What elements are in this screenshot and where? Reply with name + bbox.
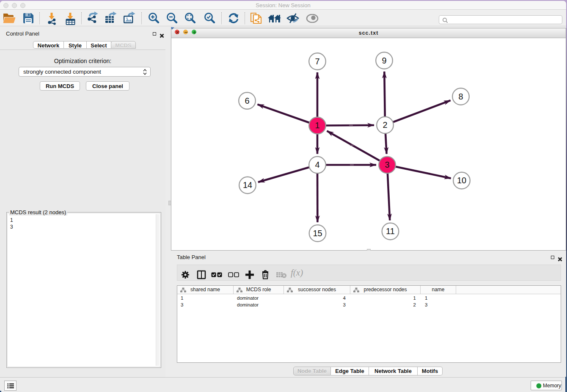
svg-text:9: 9	[382, 56, 386, 65]
svg-text:8: 8	[458, 92, 463, 101]
svg-text:3: 3	[385, 160, 389, 169]
svg-text:6: 6	[245, 96, 249, 105]
svg-text:4: 4	[315, 160, 319, 169]
svg-text:14: 14	[243, 180, 252, 190]
svg-text:10: 10	[457, 176, 466, 185]
svg-text:1: 1	[315, 121, 319, 130]
svg-text:11: 11	[386, 226, 395, 236]
svg-text:2: 2	[383, 120, 387, 130]
svg-text:7: 7	[315, 57, 319, 66]
svg-text:15: 15	[313, 229, 322, 238]
